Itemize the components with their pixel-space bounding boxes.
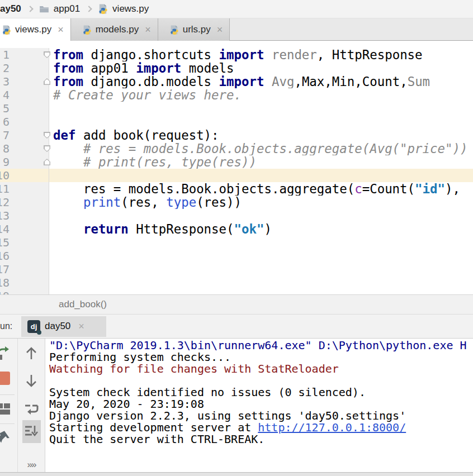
rerun-icon[interactable]	[0, 345, 11, 361]
code-token-plain: Max	[302, 75, 324, 88]
python-file-icon	[82, 25, 92, 35]
status-bar-edge	[0, 472, 473, 476]
line-number: 18	[0, 276, 10, 289]
code-token-com: # print(res, type(res))	[53, 155, 257, 169]
soft-wrap-icon[interactable]	[23, 401, 39, 417]
code-token-plain: res = models.Book.objects.aggregate(	[53, 182, 354, 196]
console-line: Watching for file changes with StatReloa…	[49, 363, 473, 375]
code-editor[interactable]: 1from django.shortcuts import render, Ht…	[0, 41, 473, 294]
pin-icon[interactable]	[0, 429, 11, 445]
current-function-breadcrumb[interactable]: add_book()	[59, 299, 107, 310]
console-line: Quit the server with CTRL-BREAK.	[49, 434, 473, 445]
code-token-plain: django.shortcuts	[83, 48, 219, 61]
close-icon[interactable]: ×	[217, 25, 223, 35]
code-token-warn: ,	[400, 75, 407, 88]
editor-line-17: 17	[0, 263, 473, 276]
code-token-kw: return	[83, 222, 129, 236]
gutter-cell: 4	[0, 88, 49, 102]
gutter-cell: 2	[0, 61, 49, 75]
gutter-cell: 7	[0, 128, 49, 142]
breadcrumb-package[interactable]: app01	[54, 3, 80, 15]
editor-line-19: 19	[0, 289, 473, 294]
console-line	[49, 375, 473, 387]
editor-line-4: 4# Create your views here.	[0, 88, 473, 102]
console-line: May 20, 2020 - 23:19:08	[49, 398, 473, 410]
line-number: 14	[0, 222, 10, 236]
code-token-plain: app01	[83, 61, 136, 75]
code-token-warn: ,	[324, 75, 332, 88]
code-token-kw: import	[219, 48, 264, 61]
editor-line-11: 11 res = models.Book.objects.aggregate(c…	[0, 182, 473, 196]
close-icon[interactable]: ×	[78, 321, 84, 332]
run-tab-day50[interactable]: dj day50 ×	[21, 316, 106, 337]
breadcrumb-file[interactable]: views.py	[112, 3, 149, 15]
code-token-gray: render	[272, 48, 317, 61]
run-toolbar: »»	[0, 339, 45, 472]
gutter-cell: 17	[0, 263, 49, 276]
code-token-plain	[53, 196, 83, 209]
run-toolwindow-header: un: dj day50 ×	[0, 315, 473, 339]
restore-layout-icon[interactable]	[0, 401, 11, 417]
breadcrumb-project[interactable]: ay50	[0, 3, 21, 15]
console-line: Starting development server at http://12…	[49, 422, 473, 434]
more-icon[interactable]: »»	[23, 457, 39, 472]
line-number: 3	[3, 75, 10, 88]
down-icon[interactable]	[23, 373, 39, 389]
code-token-plain: (res))	[196, 196, 242, 209]
tab-urls-py[interactable]: urls.py×	[158, 18, 230, 41]
line-number: 11	[0, 182, 10, 196]
tab-views-py[interactable]: views.py×	[0, 18, 71, 41]
close-icon[interactable]: ×	[145, 25, 151, 35]
gutter-cell: 8	[0, 142, 49, 155]
console-text: Quit the server with CTRL-BREAK.	[49, 432, 264, 446]
code-token-plain: )	[264, 222, 271, 236]
code-text	[49, 102, 473, 115]
code-text	[49, 249, 473, 263]
code-token-gray: Avg	[272, 75, 294, 88]
close-icon[interactable]: ×	[58, 25, 64, 35]
code-token-kwarg: c	[354, 182, 362, 196]
up-icon[interactable]	[23, 345, 39, 361]
editor-line-2: 2from app01 import models	[0, 61, 473, 75]
console-line: Django version 2.2.3, using settings 'da…	[49, 410, 473, 422]
code-text: # res = models.Book.objects.aggregate(Av…	[49, 142, 473, 155]
gutter-cell: 15	[0, 236, 49, 249]
code-token-plain	[264, 75, 271, 88]
line-number: 12	[0, 196, 10, 209]
code-text: from app01 import models	[49, 61, 473, 75]
gutter-cell: 13	[0, 209, 49, 222]
code-text	[49, 276, 473, 289]
line-number: 10	[0, 169, 10, 182]
tab-label: urls.py	[183, 24, 211, 35]
code-text	[49, 263, 473, 276]
line-number: 19	[0, 289, 10, 294]
editor-line-13: 13	[0, 209, 473, 222]
python-file-icon	[2, 25, 11, 35]
code-text: res = models.Book.objects.aggregate(c=Co…	[49, 182, 473, 196]
code-token-warn: ,	[294, 75, 301, 88]
code-token-plain: Count	[362, 75, 400, 88]
run-console[interactable]: "D:\PyCharm 2019.1.3\bin\runnerw64.exe" …	[45, 339, 473, 472]
line-number: 7	[3, 128, 10, 142]
code-token-plain: ),	[445, 182, 460, 196]
editor-line-18: 18	[0, 276, 473, 289]
python-file-icon	[169, 25, 179, 35]
console-line: System check identified no issues (0 sil…	[49, 387, 473, 398]
editor-line-1: 1from django.shortcuts import render, Ht…	[0, 48, 473, 61]
tab-models-py[interactable]: models.py×	[71, 18, 158, 41]
server-url-link[interactable]: http://127.0.0.1:8000/	[258, 421, 406, 434]
code-token-warn: ,	[354, 75, 362, 88]
code-text	[49, 289, 473, 294]
scroll-to-end-icon[interactable]	[23, 423, 39, 439]
code-text: return HttpResponse("ok")	[49, 222, 473, 236]
stop-icon[interactable]	[0, 370, 11, 386]
editor-line-12: 12 print(res, type(res))	[0, 196, 473, 209]
editor-line-3: 3from django.db.models import Avg,Max,Mi…	[0, 75, 473, 88]
console-text: Watching for file changes with StatReloa…	[49, 362, 339, 375]
code-token-builtin: type	[166, 196, 196, 209]
line-number: 8	[3, 142, 10, 155]
gutter-cell: 9	[0, 155, 49, 169]
editor-line-7: 7def add_book(request):	[0, 128, 473, 142]
code-text	[49, 236, 473, 249]
toolbar-divider	[17, 339, 18, 472]
